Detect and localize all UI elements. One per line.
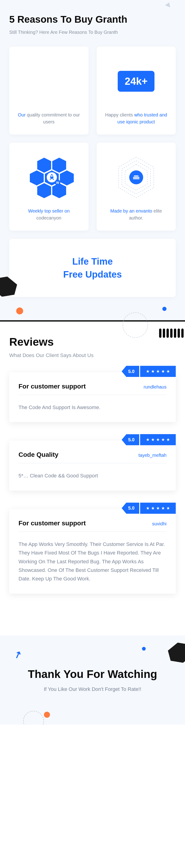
decor-triangle — [165, 1, 172, 7]
svg-text:W: W — [56, 181, 60, 185]
rating-value: 5.0 — [122, 503, 139, 514]
svg-marker-13 — [60, 170, 74, 185]
review-body: The Code And Support Is Awesome. — [18, 403, 166, 412]
svg-point-18 — [51, 175, 53, 177]
star-icon: ★ — [161, 506, 165, 511]
rest-text: quality commitment to our users — [26, 112, 80, 124]
rating-stars: ★★★★★ — [140, 366, 176, 377]
rating-value: 5.0 — [122, 366, 139, 377]
line2: Free Updates — [16, 268, 169, 281]
reasons-section: 5 Reasons To Buy Granth Still Thinking? … — [0, 0, 185, 320]
decor-dot-blue — [142, 647, 146, 651]
star-icon: ★ — [146, 437, 150, 442]
review-body: The App Works Very Smoothly. Their Custo… — [18, 540, 166, 583]
badge-24k: 24k+ — [118, 71, 154, 92]
reviews-title: Reviews — [9, 336, 176, 348]
svg-marker-10 — [37, 158, 51, 173]
decor-dot-blue — [162, 307, 166, 311]
review-body: 5*… Clean Code && Good Support — [18, 471, 166, 480]
svg-marker-14 — [37, 183, 51, 198]
rest-text: codecanyon — [36, 215, 61, 220]
reviews-list: 5.0★★★★★For customer supportrundlehausTh… — [9, 372, 176, 594]
rating-value: 5.0 — [122, 434, 139, 445]
rating-stars: ★★★★★ — [140, 434, 176, 445]
svg-marker-11 — [52, 158, 66, 173]
rating-badge: 5.0★★★★★ — [122, 366, 176, 377]
rating-badge: 5.0★★★★★ — [122, 434, 176, 445]
rating-stars: ★★★★★ — [140, 503, 176, 514]
card-text: Made by an envanto elite author. — [104, 208, 169, 221]
star-icon: ★ — [156, 437, 160, 442]
review-header: For customer supportsuvidhi — [18, 520, 166, 532]
hexagon-author-icon — [113, 154, 159, 200]
decor-arrow: ↗ — [12, 648, 23, 661]
review-author: tayeb_meftah — [139, 453, 166, 458]
svg-marker-15 — [52, 183, 66, 198]
reason-card-topseller: W Weekly top seller on codecanyon — [9, 143, 88, 230]
decor-dashed-circle — [23, 711, 44, 725]
decor-dashed-circle — [122, 312, 148, 338]
prefix-text: Happy clients — [105, 112, 134, 117]
decor-dot-orange — [16, 307, 23, 314]
review-category: For customer support — [18, 383, 86, 390]
decor-bars — [159, 329, 185, 338]
highlight: Weekly top seller on — [28, 208, 70, 214]
review-card: 5.0★★★★★Code Qualitytayeb_meftah5*… Clea… — [9, 441, 176, 490]
hexagon-rocket-icon: W — [23, 154, 74, 200]
card-text: Weekly top seller on codecanyon — [16, 208, 82, 221]
thanks-title: Thank You For Watching — [9, 668, 176, 680]
star-icon: ★ — [166, 369, 170, 374]
svg-marker-12 — [30, 170, 44, 185]
star-icon: ★ — [156, 506, 160, 511]
review-header: Code Qualitytayeb_meftah — [18, 451, 166, 463]
star-icon: ★ — [161, 369, 165, 374]
star-icon: ★ — [151, 437, 155, 442]
review-header: For customer supportrundlehaus — [18, 383, 166, 395]
reason-card-updates: Life Time Free Updates — [9, 239, 176, 297]
reason-card-quality: #1 Our quality commitment to our users — [9, 46, 88, 134]
star-icon: ★ — [146, 506, 150, 511]
highlight: Made by an envanto — [110, 208, 152, 214]
reasons-subtitle: Still Thinking? Here Are Few Reasons To … — [9, 30, 176, 35]
reason-card-elite: Made by an envanto elite author. — [97, 143, 176, 230]
star-icon: ★ — [161, 437, 165, 442]
decor-dot-orange — [44, 712, 50, 718]
review-author: rundlehaus — [144, 384, 166, 390]
reviews-subtitle: What Does Our Client Says About Us — [9, 352, 176, 359]
review-category: For customer support — [18, 520, 86, 527]
card-text: Our quality commitment to our users — [16, 112, 82, 125]
reasons-grid: #1 Our quality commitment to our users 2… — [9, 46, 176, 230]
reviews-section: Reviews What Does Our Client Says About … — [0, 320, 185, 635]
star-icon: ★ — [166, 437, 170, 442]
clients-badge-icon: 24k+ — [118, 58, 154, 104]
star-icon: ★ — [156, 369, 160, 374]
review-category: Code Quality — [18, 451, 59, 458]
reason-card-clients: 24k+ Happy clients who trusted and use i… — [97, 46, 176, 134]
review-card: 5.0★★★★★For customer supportrundlehausTh… — [9, 372, 176, 422]
review-card: 5.0★★★★★For customer supportsuvidhiThe A… — [9, 509, 176, 594]
star-icon: ★ — [146, 369, 150, 374]
star-icon: ★ — [166, 506, 170, 511]
line1: Life Time — [16, 255, 169, 268]
star-icon: ★ — [151, 369, 155, 374]
wide-card-text: Life Time Free Updates — [16, 255, 169, 281]
thanks-section: ↗ Thank You For Watching If You Like Our… — [0, 635, 185, 725]
reasons-title: 5 Reasons To Buy Granth — [9, 14, 176, 25]
rating-badge: 5.0★★★★★ — [122, 503, 176, 514]
card-text: Happy clients who trusted and use iqonic… — [104, 112, 169, 125]
thanks-subtitle: If You Like Our Work Don't Forget To Rat… — [9, 686, 176, 692]
star-icon: ★ — [151, 506, 155, 511]
decor-cube — [166, 640, 185, 665]
highlight: Our — [18, 112, 26, 117]
review-author: suvidhi — [152, 521, 166, 527]
